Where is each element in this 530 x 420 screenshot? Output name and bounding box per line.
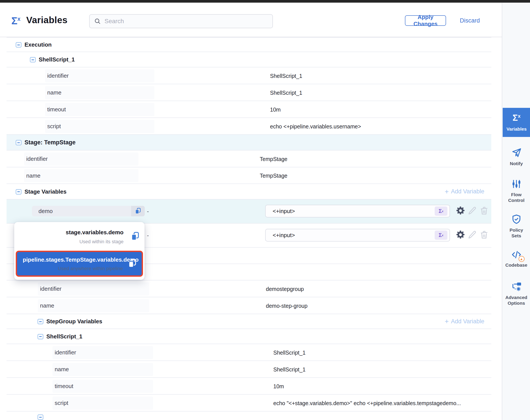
field-row: scriptecho <+pipeline.variables.username… xyxy=(7,118,491,135)
collapse-minus-icon[interactable] xyxy=(16,189,21,195)
paper-plane-icon xyxy=(511,148,522,159)
shield-check-icon xyxy=(511,214,522,225)
variables-sigma-icon: Σx xyxy=(11,15,21,27)
sidebar-item-label: Codebase xyxy=(505,262,527,268)
field-row: identifierTempStage xyxy=(7,150,491,167)
search-icon xyxy=(94,18,101,25)
field-label-cell: name xyxy=(24,169,138,182)
variable-value-input[interactable]: <+input>Σx xyxy=(265,229,450,241)
plus-icon: + xyxy=(445,188,449,195)
expression-sigma-chip[interactable]: Σx xyxy=(435,207,447,216)
field-value: TempStage xyxy=(260,156,287,162)
popup-item-stage-scope[interactable]: stage.variables.demoUsed within its stag… xyxy=(14,224,145,249)
expression-sigma-chip[interactable]: Σx xyxy=(435,231,447,240)
edit-variable-button[interactable] xyxy=(467,206,478,216)
window-top-strip xyxy=(0,0,530,3)
copy-expression-button[interactable] xyxy=(131,231,140,242)
sidebar-item-variables[interactable]: ΣxVariables xyxy=(503,108,530,137)
popup-item-pipeline-scope-selected[interactable]: pipeline.stages.TempStage.variables.demo… xyxy=(16,251,143,277)
sidebar-item-label: FlowControl xyxy=(508,192,525,203)
sigma-glyph: Σ xyxy=(439,232,442,238)
search-box[interactable] xyxy=(89,14,273,28)
sidebar-item-notify[interactable]: Notify xyxy=(503,148,530,166)
field-label-cell: timeout xyxy=(45,103,154,116)
field-label-cell: script xyxy=(52,397,153,410)
field-row: timeout10m xyxy=(7,378,491,395)
section-row: Stage Variables+Add Variable xyxy=(7,184,491,199)
right-rail-sidebar: ΣxVariablesNotifyFlowControlPolicySets▲C… xyxy=(502,3,530,420)
edit-variable-button[interactable] xyxy=(467,230,478,240)
add-variable-button[interactable]: +Add Variable xyxy=(445,318,484,325)
section-row: ShellScript_1 xyxy=(7,329,491,344)
sigma-sup: x xyxy=(442,234,443,237)
field-row: nameShellScript_1 xyxy=(7,84,491,101)
plus-icon: + xyxy=(445,318,449,325)
warning-badge-icon: ▲ xyxy=(519,256,525,262)
copy-expression-button[interactable] xyxy=(128,258,137,269)
field-row: namedemo-step-group xyxy=(7,297,491,314)
apply-changes-button[interactable]: Apply Changes xyxy=(405,15,446,26)
page-title: Variables xyxy=(26,15,68,25)
field-label-cell: name xyxy=(38,299,149,312)
field-value: ShellScript_1 xyxy=(273,350,306,356)
delete-variable-button[interactable] xyxy=(479,206,489,216)
variable-name-pill: demo xyxy=(32,206,145,216)
add-variable-label: Add Variable xyxy=(451,318,484,325)
discard-button[interactable]: Discard xyxy=(456,15,484,26)
sidebar-item-label: Variables xyxy=(506,126,527,132)
popup-item-expression: stage.variables.demo xyxy=(22,229,124,236)
section-row: StepGroup Variables+Add Variable xyxy=(7,314,491,329)
field-value: demostepgroup xyxy=(266,286,304,292)
field-value: echo "<+stage.variables.demo>" echo <+pi… xyxy=(273,400,461,406)
sidebar-item-policy-sets[interactable]: PolicySets xyxy=(503,214,530,239)
required-dash: - xyxy=(147,229,149,241)
sidebar-item-codebase[interactable]: ▲Codebase xyxy=(503,250,530,268)
section-row: Stage: TempStage xyxy=(7,135,491,150)
add-variable-label: Add Variable xyxy=(451,188,484,195)
section-label: ShellScript_1 xyxy=(46,333,82,340)
popup-item-scope-hint: Used anywhere within pipeline xyxy=(23,266,123,271)
section-label: Stage: TempStage xyxy=(25,139,76,146)
variable-name: demo xyxy=(32,206,131,216)
sidebar-item-flow-control[interactable]: FlowControl xyxy=(503,179,530,203)
search-input[interactable] xyxy=(104,18,268,25)
field-row: timeout10m xyxy=(7,101,491,118)
collapse-minus-icon[interactable] xyxy=(38,415,43,420)
section-row: ShellScript_1 xyxy=(7,52,491,67)
field-label-cell: name xyxy=(52,363,153,376)
field-label-cell: name xyxy=(45,86,154,99)
field-row: identifierShellScript_1 xyxy=(7,67,491,84)
section-row: Execution xyxy=(7,38,491,52)
collapse-minus-icon[interactable] xyxy=(16,42,21,47)
field-value: demo-step-group xyxy=(266,303,308,309)
sidebar-item-label: PolicySets xyxy=(510,227,523,239)
collapse-minus-icon[interactable] xyxy=(30,57,36,62)
copy-variable-name-button[interactable] xyxy=(131,206,145,216)
required-dash: - xyxy=(147,205,149,217)
gear-icon xyxy=(456,206,465,216)
field-label-cell: identifier xyxy=(38,282,149,296)
collapse-minus-icon[interactable] xyxy=(16,140,21,145)
add-variable-button[interactable]: +Add Variable xyxy=(445,188,484,195)
partial-row xyxy=(7,411,491,420)
section-label: ShellScript_1 xyxy=(39,56,75,63)
field-value: 10m xyxy=(273,383,284,390)
popup-item-expression: pipeline.stages.TempStage.variables.demo xyxy=(23,256,123,263)
panel-header: Σx Variables Apply Changes Discard xyxy=(0,3,530,37)
field-row: nameTempStage xyxy=(7,167,491,184)
settings-button[interactable] xyxy=(455,206,466,216)
delete-variable-button[interactable] xyxy=(479,230,489,240)
sigma-glyph: Σ xyxy=(439,208,442,214)
variable-value-input[interactable]: <+input>Σx xyxy=(265,205,450,217)
code-warning-icon: ▲ xyxy=(511,250,522,260)
sidebar-item-advanced-options[interactable]: AdvancedOptions xyxy=(503,282,530,306)
collapse-minus-icon[interactable] xyxy=(38,334,43,339)
collapse-minus-icon[interactable] xyxy=(38,319,43,324)
section-label: Stage Variables xyxy=(25,188,66,195)
variable-reference-popup: stage.variables.demoUsed within its stag… xyxy=(14,222,145,280)
field-row: identifierdemostepgroup xyxy=(7,280,491,297)
pencil-icon xyxy=(468,206,477,216)
popup-item-scope-hint: Used within its stage xyxy=(22,239,124,245)
field-value: echo <+pipeline.variables.username> xyxy=(270,123,361,130)
settings-button[interactable] xyxy=(455,230,466,240)
